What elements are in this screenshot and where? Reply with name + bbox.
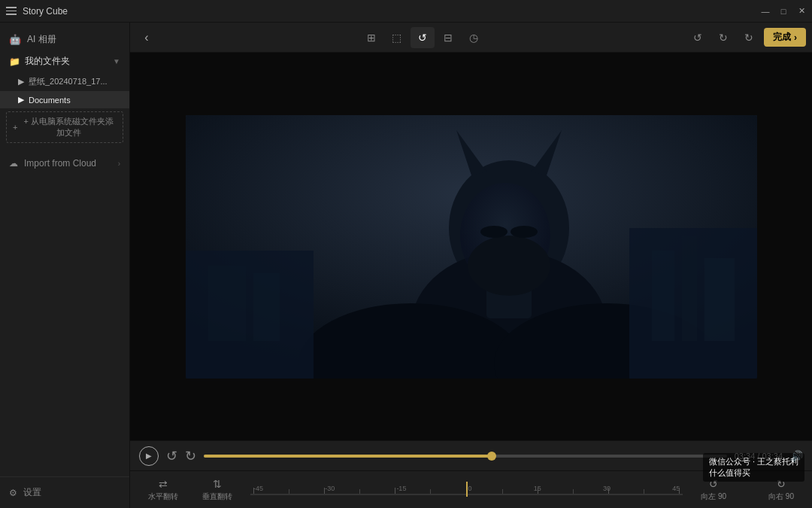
svg-point-10 [480,226,508,238]
done-label: 完成 [773,31,791,44]
svg-rect-16 [704,258,735,341]
rewind-icon: ↺ [166,449,177,464]
menu-icon[interactable] [6,7,17,15]
chevron-right-icon: › [118,160,120,168]
watermark: 微信公众号 · 王之蔡托利 什么值得买 [703,453,804,482]
timer-icon: ◷ [469,32,478,44]
redo-back-button[interactable]: ↻ [713,27,734,48]
forward-button[interactable]: ↻ [185,448,196,464]
forward-icon: ↻ [185,449,196,464]
settings-item[interactable]: ⚙ 设置 [0,482,129,503]
sidebar: 🤖 AI 相册 📁 我的文件夹 ▼ ▶ 壁纸_20240718_17... ▶ … [0,23,130,508]
timer-tool-button[interactable]: ◷ [462,27,486,48]
plus-icon: + [13,123,17,132]
minimize-button[interactable]: — [761,7,770,16]
redo-icon: ↻ [744,32,753,44]
svg-rect-18 [253,273,280,341]
back-icon: ‹ [144,31,148,44]
tree-item-wallpaper[interactable]: ▶ 壁纸_20240718_17... [0,72,129,91]
batman-silhouette [186,115,757,379]
cloud-icon: ☁ [9,158,18,169]
editor-tools: ⊞ ⬚ ↺ ⊟ ◷ [160,27,684,48]
chevron-down-icon: ▼ [113,57,120,65]
progress-handle[interactable] [487,452,496,461]
back-button[interactable]: ‹ [136,27,157,48]
done-button[interactable]: 完成 › [764,28,806,47]
maximize-button[interactable]: □ [779,7,788,16]
expand-tool-button[interactable]: ⊞ [359,27,383,48]
editor-toolbar: ‹ ⊞ ⬚ ↺ ⊟ ◷ [130,23,812,53]
cloud-import-label: Import from Cloud [24,158,96,169]
redo-button[interactable]: ↻ [738,27,759,48]
folder-icon: 📁 [9,56,20,67]
svg-rect-15 [682,236,697,341]
redo-back-icon: ↻ [719,32,728,44]
rotation-ruler[interactable]: -45 -30 -15 0 15 30 45 [244,485,689,495]
undo-icon: ↺ [693,32,702,44]
tree-item-documents[interactable]: ▶ Documents [0,91,129,108]
play-button[interactable]: ▶ [139,446,159,466]
ruler-track [250,494,683,495]
cloud-import-item[interactable]: ☁ Import from Cloud › [0,152,129,175]
progress-track[interactable] [204,455,727,458]
adjust-icon: ⊟ [444,32,453,44]
flip-v-label: 垂直翻转 [202,491,232,502]
editor-overlay: ‹ ⊞ ⬚ ↺ ⊟ ◷ [130,23,812,508]
rotate-right-label: 向右 90 [768,491,794,502]
svg-rect-12 [186,251,314,379]
done-arrow-icon: › [794,32,797,43]
adjust-tool-button[interactable]: ⊟ [436,27,460,48]
video-frame [186,115,757,379]
crop-icon: ⬚ [392,32,401,44]
folder-icon: ▶ [18,95,24,105]
watermark-text1: 微信公众号 · 王之蔡托利 [709,456,798,467]
rotate-tool-button[interactable]: ↺ [411,27,435,48]
flip-h-label: 水平翻转 [148,491,178,502]
title-bar: Story Cube — □ ✕ [0,0,812,23]
main-layout: 🤖 AI 相册 📁 我的文件夹 ▼ ▶ 壁纸_20240718_17... ▶ … [0,23,812,508]
documents-folder-label: Documents [29,96,71,105]
progress-fill [204,455,492,458]
flip-horizontal-button[interactable]: ⇄ 水平翻转 [136,478,190,502]
flip-vertical-button[interactable]: ⇅ 垂直翻转 [190,478,244,502]
svg-rect-14 [652,251,674,341]
settings-label: 设置 [23,486,41,499]
sidebar-item-ai-album[interactable]: 🤖 AI 相册 [0,29,129,50]
content-area: 🔍 ⬚ ⊟ ≡ ⊞ Documents 1 已选择 ✏ 编辑 🗑 删除 ✒ 重新… [130,23,812,508]
video-preview [130,53,812,440]
ai-icon: 🤖 [9,34,21,45]
wallpaper-folder-label: 壁纸_20240718_17... [29,76,108,87]
flip-v-icon: ⇅ [213,478,222,490]
rotate-icon: ↺ [418,32,427,44]
flip-h-icon: ⇄ [159,478,168,490]
expand-icon: ⊞ [367,32,376,44]
my-folder-label: 我的文件夹 [25,55,70,68]
svg-point-11 [511,226,538,238]
play-icon: ▶ [146,452,152,460]
close-button[interactable]: ✕ [797,7,806,16]
rotate-left-label: 向左 90 [701,491,726,502]
svg-rect-17 [208,266,246,341]
watermark-text2: 什么值得买 [709,467,798,479]
batman-scene [186,115,757,379]
my-folder-header[interactable]: 📁 我的文件夹 ▼ [0,50,129,72]
add-file-button[interactable]: + + 从电脑系统磁文件夹添加文件 [6,111,123,143]
folder-icon: ▶ [18,77,24,87]
gear-icon: ⚙ [9,488,17,498]
svg-point-9 [468,236,550,296]
rewind-button[interactable]: ↺ [166,448,177,464]
add-file-label: + 从电脑系统磁文件夹添加文件 [20,116,117,138]
crop-tool-button[interactable]: ⬚ [385,27,409,48]
undo-button[interactable]: ↺ [687,27,708,48]
app-title: Story Cube [23,6,68,17]
sidebar-ai-label: AI 相册 [27,33,56,46]
